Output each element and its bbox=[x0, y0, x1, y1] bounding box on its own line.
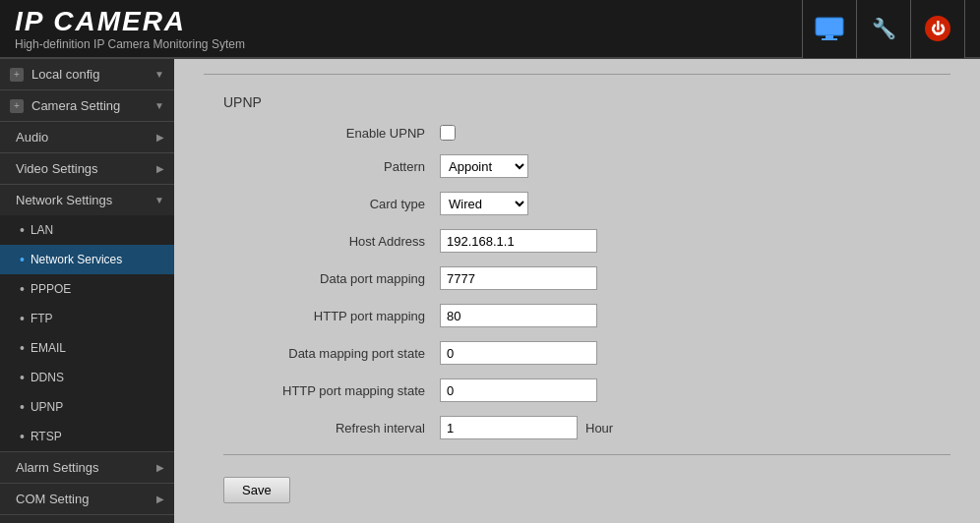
sidebar-item-local-config[interactable]: + Local config ▼ bbox=[0, 59, 174, 89]
host-address-label: Host Address bbox=[223, 234, 440, 249]
data-port-input[interactable] bbox=[440, 266, 597, 290]
hour-label: Hour bbox=[585, 421, 613, 436]
sidebar-subitem-ddns[interactable]: • DDNS bbox=[0, 363, 174, 392]
sidebar-item-label: Alarm Settings bbox=[16, 460, 99, 475]
sidebar-section-video: Video Settings ▶ bbox=[0, 153, 174, 185]
sidebar-item-label: Network Settings bbox=[16, 193, 112, 207]
sidebar-subitem-ftp[interactable]: • FTP bbox=[0, 304, 174, 333]
sidebar-subitem-upnp[interactable]: • UPNP bbox=[0, 392, 174, 422]
sidebar-item-ball-configuration[interactable]: Ball Configuration ▶ bbox=[0, 515, 174, 523]
card-type-label: Card type bbox=[223, 197, 440, 211]
sidebar-item-network-settings[interactable]: Network Settings ▼ bbox=[0, 185, 174, 215]
sidebar-item-com-setting[interactable]: COM Setting ▶ bbox=[0, 484, 174, 514]
sidebar-section-ball: Ball Configuration ▶ bbox=[0, 515, 174, 523]
bottom-divider bbox=[223, 454, 950, 455]
sidebar-section-alarm: Alarm Settings ▶ bbox=[0, 452, 174, 484]
refresh-interval-input[interactable] bbox=[440, 416, 578, 439]
sidebar-item-label: Local config bbox=[31, 67, 99, 82]
app-subtitle: High-definition IP Camera Monitoring Syt… bbox=[15, 37, 802, 51]
sidebar-subitem-rtsp[interactable]: • RTSP bbox=[0, 422, 174, 451]
sidebar-subitem-pppoe[interactable]: • PPPOE bbox=[0, 274, 174, 304]
power-button[interactable]: ⏻ bbox=[911, 0, 965, 58]
http-mapping-state-input[interactable] bbox=[440, 378, 597, 402]
monitor-button[interactable] bbox=[803, 0, 857, 58]
data-mapping-state-input[interactable] bbox=[440, 341, 597, 365]
form-row-data-mapping-state: Data mapping port state bbox=[223, 341, 950, 365]
sidebar-subitem-label: UPNP bbox=[31, 400, 63, 414]
sidebar-item-label: COM Setting bbox=[16, 492, 89, 506]
plus-icon: + bbox=[10, 68, 24, 82]
host-address-input[interactable] bbox=[440, 229, 597, 253]
chevron-down-icon: ▼ bbox=[154, 195, 164, 205]
svg-rect-1 bbox=[826, 35, 833, 38]
dot-icon: • bbox=[20, 399, 25, 415]
content-area: UPNP Enable UPNP Pattern Appoint Auto Ca… bbox=[174, 59, 980, 523]
enable-upnp-label: Enable UPNP bbox=[223, 126, 440, 141]
sidebar-item-camera-setting[interactable]: + Camera Setting ▼ bbox=[0, 90, 174, 121]
form-row-http-mapping-state: HTTP port mapping state bbox=[223, 378, 950, 402]
dot-icon: • bbox=[20, 340, 25, 356]
plus-icon: + bbox=[10, 99, 24, 113]
svg-rect-0 bbox=[816, 18, 843, 35]
main-layout: + Local config ▼ + Camera Setting ▼ Audi… bbox=[0, 59, 980, 523]
form-row-host-address: Host Address bbox=[223, 229, 950, 253]
form-row-card-type: Card type Wired Wireless bbox=[223, 192, 950, 215]
sidebar-section-local: + Local config ▼ bbox=[0, 59, 174, 90]
sidebar-item-label: Audio bbox=[16, 130, 48, 145]
card-type-select[interactable]: Wired Wireless bbox=[440, 192, 528, 215]
dot-icon: • bbox=[20, 311, 25, 326]
refresh-interval-label: Refresh interval bbox=[223, 421, 440, 436]
svg-rect-2 bbox=[822, 38, 837, 40]
chevron-down-icon: ▼ bbox=[154, 69, 164, 80]
dot-icon: • bbox=[20, 281, 25, 297]
sidebar-section-com: COM Setting ▶ bbox=[0, 484, 174, 515]
monitor-icon bbox=[815, 17, 844, 40]
pattern-select[interactable]: Appoint Auto bbox=[440, 154, 528, 178]
sidebar-subitem-label: Network Services bbox=[31, 253, 122, 266]
sidebar-subitem-network-services[interactable]: • Network Services bbox=[0, 245, 174, 274]
sidebar-item-video-settings[interactable]: Video Settings ▶ bbox=[0, 153, 174, 184]
sidebar-item-alarm-settings[interactable]: Alarm Settings ▶ bbox=[0, 452, 174, 483]
sidebar-subitem-label: PPPOE bbox=[31, 282, 71, 296]
pattern-label: Pattern bbox=[223, 159, 440, 174]
chevron-right-icon: ▶ bbox=[156, 163, 164, 174]
dot-icon: • bbox=[20, 222, 25, 238]
sidebar-subitem-label: DDNS bbox=[31, 371, 64, 384]
dot-icon: • bbox=[20, 252, 25, 267]
sidebar-subitem-email[interactable]: • EMAIL bbox=[0, 333, 174, 363]
sidebar-section-network: Network Settings ▼ • LAN • Network Servi… bbox=[0, 185, 174, 452]
sidebar-item-label: Camera Setting bbox=[31, 98, 120, 113]
enable-upnp-checkbox[interactable] bbox=[440, 125, 456, 141]
chevron-right-icon: ▶ bbox=[156, 462, 164, 473]
top-divider bbox=[204, 74, 950, 75]
sidebar-section-audio: Audio ▶ bbox=[0, 122, 174, 153]
wrench-icon: 🔧 bbox=[872, 17, 896, 40]
sidebar-subitem-label: RTSP bbox=[31, 430, 62, 443]
power-icon: ⏻ bbox=[925, 16, 950, 41]
save-button[interactable]: Save bbox=[223, 477, 290, 503]
chevron-right-icon: ▶ bbox=[156, 132, 164, 143]
form-row-enable-upnp: Enable UPNP bbox=[223, 125, 950, 141]
sidebar-item-audio[interactable]: Audio ▶ bbox=[0, 122, 174, 152]
refresh-row: Hour bbox=[440, 416, 613, 439]
sidebar-item-label: Video Settings bbox=[16, 161, 98, 176]
form-row-data-port: Data port mapping bbox=[223, 266, 950, 290]
settings-button[interactable]: 🔧 bbox=[857, 0, 911, 58]
http-mapping-state-label: HTTP port mapping state bbox=[223, 383, 440, 398]
sidebar-subitem-label: LAN bbox=[31, 223, 53, 237]
sidebar-section-camera: + Camera Setting ▼ bbox=[0, 90, 174, 122]
data-mapping-state-label: Data mapping port state bbox=[223, 346, 440, 361]
app-title: IP CAMERA bbox=[15, 6, 802, 37]
http-port-input[interactable] bbox=[440, 304, 597, 327]
header-icons: 🔧 ⏻ bbox=[802, 0, 965, 58]
dot-icon: • bbox=[20, 370, 25, 385]
http-port-label: HTTP port mapping bbox=[223, 309, 440, 323]
sidebar-subitem-lan[interactable]: • LAN bbox=[0, 215, 174, 245]
sidebar: + Local config ▼ + Camera Setting ▼ Audi… bbox=[0, 59, 174, 523]
sidebar-subitem-label: FTP bbox=[31, 312, 53, 325]
chevron-right-icon: ▶ bbox=[156, 494, 164, 504]
header: IP CAMERA High-definition IP Camera Moni… bbox=[0, 0, 980, 59]
chevron-down-icon: ▼ bbox=[154, 100, 164, 111]
section-title: UPNP bbox=[223, 94, 950, 110]
data-port-label: Data port mapping bbox=[223, 271, 440, 286]
